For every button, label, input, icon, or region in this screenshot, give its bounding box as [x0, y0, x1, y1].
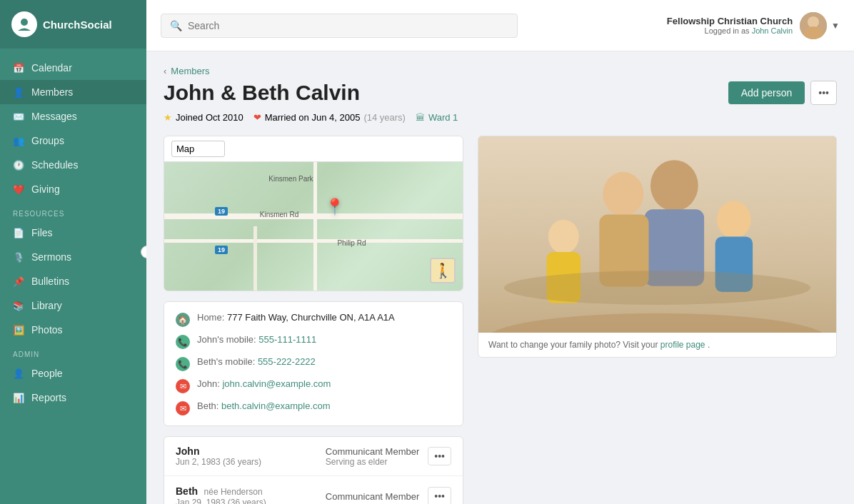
philip-label: Philip Rd — [337, 239, 366, 247]
john-email-label: John: — [197, 378, 220, 389]
sidebar-item-bulletins[interactable]: 📌 Bulletins — [0, 269, 146, 293]
sidebar-item-label: Messages — [31, 111, 77, 122]
church-info: Fellowship Christian Church Logged in as… — [667, 16, 793, 35]
sidebar-item-members[interactable]: 👤 Members — [0, 80, 146, 104]
add-person-button[interactable]: Add person — [728, 81, 805, 104]
member-john-menu-button[interactable]: ••• — [428, 447, 451, 465]
page-title: John & Beth Calvin — [164, 81, 360, 105]
table-row: John Jun 2, 1983 (36 years) Communicant … — [164, 437, 463, 476]
svg-point-8 — [603, 172, 643, 216]
sidebar-item-label: Bulletins — [31, 276, 69, 287]
member-john-dob: Jun 2, 1983 (36 years) — [176, 457, 317, 467]
road-label: Kinsmen Rd — [260, 211, 298, 218]
sidebar-item-calendar[interactable]: 📅 Calendar — [0, 56, 146, 80]
sidebar-item-library[interactable]: 📚 Library — [0, 293, 146, 318]
group-icon: 👥 — [13, 136, 24, 146]
calendar-icon: 📅 — [13, 63, 24, 74]
sidebar-item-label: Groups — [31, 135, 64, 146]
map-bg: 19 19 Kinsmen Park Kinsmen Rd Philip Rd … — [164, 162, 463, 291]
search-icon: 🔍 — [170, 20, 182, 31]
sidebar-item-files[interactable]: 📄 Files — [0, 221, 146, 245]
search-input[interactable] — [188, 20, 508, 31]
avatar-wrap[interactable]: ▼ — [800, 12, 840, 39]
sidebar-item-messages[interactable]: ✉️ Messages — [0, 104, 146, 128]
beth-email-row: ✉ Beth: beth.calvin@example.com — [176, 400, 451, 415]
more-actions-button[interactable]: ••• — [810, 81, 837, 105]
star-icon: ★ — [164, 112, 172, 123]
family-caption-text: Want to change your family photo? Visit … — [488, 340, 658, 350]
married-label: Married on Jun 4, 2005 — [265, 112, 361, 123]
email-icon-john: ✉ — [176, 379, 190, 393]
topbar: 🔍 Fellowship Christian Church Logged in … — [146, 0, 854, 51]
message-icon: ✉️ — [13, 111, 24, 122]
family-caption-end: . — [708, 340, 710, 350]
sidebar-item-photos[interactable]: 🖼️ Photos — [0, 318, 146, 342]
report-icon: 📊 — [13, 393, 24, 403]
chevron-down-icon: ▼ — [831, 21, 840, 31]
member-beth-menu-button[interactable]: ••• — [428, 487, 451, 504]
john-mobile-value[interactable]: 555-111-1111 — [258, 334, 316, 345]
member-beth-info: Beth née Henderson Jan 29, 1983 (36 year… — [176, 485, 317, 504]
member-john-role-group: Communicant Member Serving as elder — [326, 446, 420, 467]
highway-shield: 19 — [215, 207, 228, 216]
road-vertical — [313, 162, 317, 291]
family-photo — [478, 136, 836, 333]
married-years: (14 years) — [363, 112, 406, 123]
highway-shield-2: 19 — [215, 246, 228, 254]
profile-page-link[interactable]: profile page — [660, 340, 705, 350]
main-area: 🔍 Fellowship Christian Church Logged in … — [146, 0, 854, 504]
member-john-actions: ••• — [428, 447, 451, 465]
photo-icon: 🖼️ — [13, 325, 24, 336]
beth-mobile-label: Beth's mobile: — [197, 356, 255, 367]
people-icon: 👤 — [13, 368, 24, 379]
topbar-right: Fellowship Christian Church Logged in as… — [667, 12, 840, 39]
phone-icon-beth: 📞 — [176, 357, 190, 371]
sidebar-item-groups[interactable]: 👥 Groups — [0, 128, 146, 153]
svg-point-2 — [808, 16, 819, 28]
logged-in-user-link[interactable]: John Calvin — [752, 26, 793, 35]
avatar — [800, 12, 827, 39]
logo-text: ChurchSocial — [43, 19, 112, 31]
logo-area[interactable]: ChurchSocial — [0, 0, 146, 49]
sidebar-item-sermons[interactable]: 🎙️ Sermons — [0, 245, 146, 269]
map-type-select[interactable]: Map Satellite — [171, 141, 225, 157]
title-actions: Add person ••• — [728, 81, 837, 105]
breadcrumb: ‹ Members — [164, 66, 837, 76]
contact-card: 🏠 Home: 777 Faith Way, Churchville ON, A… — [164, 301, 463, 426]
member-beth-actions: ••• — [428, 487, 451, 504]
beth-mobile-value[interactable]: 555-222-2222 — [258, 356, 316, 367]
home-label: Home: — [197, 312, 224, 323]
sidebar-item-label: Members — [31, 86, 73, 98]
sidebar-item-schedules[interactable]: 🕐 Schedules — [0, 153, 146, 177]
mic-icon: 🎙️ — [13, 252, 24, 263]
sidebar-item-label: Schedules — [31, 159, 78, 171]
content-area: ‹ Members John & Beth Calvin Add person … — [146, 51, 854, 504]
map-street-view-icon[interactable]: 🚶 — [430, 258, 456, 283]
sidebar-item-label: Calendar — [31, 62, 72, 74]
member-beth-name-row: Beth née Henderson — [176, 485, 317, 498]
family-photo-svg — [478, 136, 836, 333]
john-email-row: ✉ John: john.calvin@example.com — [176, 378, 451, 393]
beth-email-label: Beth: — [197, 400, 218, 411]
joined-tag: ★ Joined Oct 2010 — [164, 112, 243, 123]
ward-tag[interactable]: 🏛 Ward 1 — [416, 112, 458, 123]
beth-email-value[interactable]: beth.calvin@example.com — [221, 400, 331, 411]
clock-icon: 🕐 — [13, 160, 24, 171]
breadcrumb-members-link[interactable]: Members — [171, 66, 209, 76]
sidebar-item-label: Giving — [31, 183, 60, 195]
joined-label: Joined Oct 2010 — [176, 112, 243, 123]
sidebar-item-label: Files — [31, 227, 53, 238]
resources-section-label: RESOURCES — [0, 201, 146, 221]
family-photo-card: Want to change your family photo? Visit … — [478, 136, 837, 358]
sidebar-item-reports[interactable]: 📊 Reports — [0, 385, 146, 410]
sidebar-item-people[interactable]: 👤 People — [0, 361, 146, 385]
svg-point-10 — [548, 220, 579, 254]
sidebar-item-giving[interactable]: ❤️ Giving — [0, 177, 146, 201]
file-icon: 📄 — [13, 228, 24, 238]
park-label: Kinsmen Park — [268, 175, 313, 183]
search-box[interactable]: 🔍 — [161, 14, 518, 38]
member-john-role: Communicant Member — [326, 446, 420, 457]
john-email-value[interactable]: john.calvin@example.com — [222, 378, 331, 389]
svg-point-12 — [717, 201, 751, 238]
member-beth-maiden: née Henderson — [204, 487, 263, 497]
